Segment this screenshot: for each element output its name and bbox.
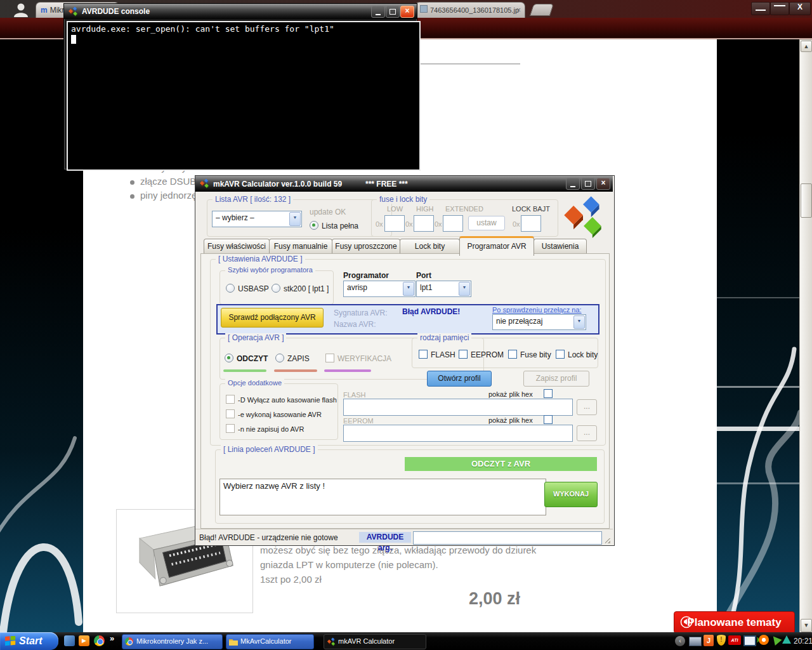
pokaz-hex-label: pokaż plik hex — [488, 416, 533, 424]
tray-avg-icon[interactable] — [759, 635, 769, 645]
pokaz-flash-checkbox[interactable] — [544, 389, 556, 399]
odczyt-radio[interactable]: ODCZYT — [225, 354, 268, 363]
hex-prefix: 0x — [513, 220, 520, 228]
calc-maximize-button[interactable] — [581, 178, 595, 190]
high-label: HIGH — [416, 205, 434, 213]
wykonaj-button[interactable]: WYKONAJ — [544, 482, 598, 507]
stk200-radio[interactable]: stk200 [ lpt1 ] — [272, 284, 329, 293]
task-button-mkavr-active[interactable]: mkAVR Calculator — [324, 634, 426, 649]
tab-ustawienia[interactable]: Ustawienia — [534, 239, 587, 255]
flash-file-input[interactable] — [343, 399, 573, 416]
port-combo[interactable]: lpt1 ▼ — [416, 281, 471, 297]
lock-bajt-input[interactable] — [521, 215, 541, 232]
task-button-folder[interactable]: MkAvrCalculator — [226, 634, 314, 649]
opt-D-checkbox[interactable]: -D Wyłącz auto kasowanie flash — [226, 395, 337, 404]
usbasp-radio[interactable]: USBASP — [226, 284, 269, 293]
eeprom-file-input[interactable] — [343, 425, 573, 442]
eeprom-checkbox[interactable]: EEPROM — [459, 350, 504, 359]
tray-collapse-icon[interactable]: ‹ — [675, 636, 685, 646]
combo-arrow-icon[interactable]: ▼ — [403, 282, 414, 296]
zapis-radio[interactable]: ZAPIS — [275, 354, 310, 363]
tray-cardreader-icon[interactable] — [689, 637, 702, 646]
scrollbar-thumb[interactable] — [801, 183, 812, 218]
browser-restore-button[interactable] — [770, 2, 789, 15]
scroll-up-button[interactable]: ▲ — [801, 41, 812, 52]
taskbar: Start ▶ » Mikrokontrolery Jak z... MkAvr… — [0, 632, 812, 650]
task-button-label: Mikrokontrolery Jak z... — [136, 635, 219, 648]
product-desc-line2: gniazda LPT w komputerze (nie polecam). — [260, 559, 438, 570]
lista-pelna-radio[interactable]: Lista pełna — [310, 221, 358, 230]
high-fuse-input[interactable] — [414, 215, 434, 232]
sprawdz-avr-button[interactable]: Sprawdź podłączony AVR — [221, 308, 324, 328]
calc-titlebar[interactable]: mkAVR Calculator ver.1.0.0 build 59 *** … — [195, 176, 613, 192]
browser-minimize-button[interactable] — [751, 2, 770, 15]
profile-avatar-icon[interactable] — [13, 2, 29, 17]
flash-browse-button[interactable]: ... — [577, 399, 597, 415]
otworz-profil-button[interactable]: Otwórz profil — [427, 371, 492, 387]
programator-combo[interactable]: avrisp ▼ — [343, 281, 416, 297]
opt-e-checkbox[interactable]: -e wykonaj kasowanie AVR — [226, 409, 322, 418]
tab-lock-bity[interactable]: Lock bity — [400, 239, 460, 255]
task-button-browser[interactable]: Mikrokontrolery Jak z... — [122, 634, 223, 649]
scroll-down-button[interactable]: ▼ — [801, 619, 812, 632]
odczyt-z-avr-banner: ODCZYT z AVR — [405, 457, 597, 471]
media-player-icon[interactable]: ▶ — [79, 635, 89, 646]
console-titlebar[interactable]: AVRDUDE console × — [64, 4, 417, 19]
avrdude-arg-label: AVRDUDE arg. — [359, 532, 411, 543]
combo-arrow-icon[interactable]: ▼ — [289, 212, 301, 226]
console-output[interactable]: avrdude.exe: ser_open(): can't set buffe… — [67, 21, 421, 171]
tab-programator-avr[interactable]: Programator AVR — [459, 236, 534, 256]
combo-arrow-icon[interactable]: ▼ — [573, 315, 585, 329]
calc-status-bar: Błąd! AVRDUDE - urządzenie nie gotowe AV… — [195, 529, 613, 545]
weryfikacja-checkbox[interactable]: WERYFIKACJA — [325, 354, 391, 363]
mkavr-logo — [561, 195, 605, 238]
tray-clock: 20:21 — [794, 637, 812, 646]
zapis-underline — [274, 369, 317, 372]
ustaw-button[interactable]: ustaw — [468, 216, 505, 230]
show-desktop-icon[interactable] — [64, 635, 75, 646]
extended-fuse-input[interactable] — [443, 215, 463, 232]
command-line-textarea[interactable]: Wybierz nazwę AVR z listy ! — [219, 479, 546, 515]
resize-grip[interactable] — [605, 538, 610, 543]
chrome-icon[interactable] — [94, 635, 105, 646]
tab2-close-icon[interactable]: × — [516, 3, 521, 18]
zapisz-profil-button[interactable]: Zapisz profil — [523, 371, 589, 387]
combo-arrow-icon[interactable]: ▼ — [459, 282, 470, 296]
list-item: piny jednorzę — [140, 190, 197, 201]
avrdude-arg-input[interactable] — [413, 531, 602, 545]
lock-bity-checkbox[interactable]: Lock bity — [556, 350, 598, 359]
browser-close-button[interactable]: X — [789, 2, 811, 15]
fuse-bity-checkbox[interactable]: Fuse bity — [508, 350, 551, 359]
console-maximize-button[interactable] — [386, 6, 400, 18]
tray-java-icon[interactable]: J — [704, 635, 714, 646]
przelacz-combo[interactable]: nie przełączaj ▼ — [492, 314, 586, 330]
new-tab-button[interactable] — [530, 4, 554, 16]
console-minimize-button[interactable] — [371, 6, 385, 18]
tray-updater-icon[interactable] — [782, 635, 791, 644]
planowane-tematy-button[interactable]: Planowane tematy — [674, 611, 795, 632]
console-close-button[interactable]: × — [400, 6, 414, 18]
bullet-dot — [130, 180, 134, 185]
start-button[interactable]: Start — [0, 632, 58, 650]
browser-tab-2[interactable]: 7463656400_1360178105.jp × — [415, 2, 525, 18]
app-logo-icon — [327, 637, 336, 646]
low-fuse-input[interactable] — [384, 215, 405, 232]
tray-arrow-icon[interactable] — [769, 633, 782, 646]
tab-fusy-manualnie[interactable]: Fusy manualnie — [269, 239, 332, 255]
flash-checkbox[interactable]: FLASH — [419, 350, 455, 359]
page-scrollbar[interactable]: ▲ ▼ — [799, 39, 812, 632]
tab-fusy-wlasciwosci[interactable]: Fusy właściwości — [204, 239, 270, 255]
bullet-dot — [130, 194, 134, 199]
pokaz-eeprom-checkbox[interactable] — [544, 415, 556, 425]
tray-shield-icon[interactable]: ! — [717, 635, 726, 646]
opt-n-checkbox[interactable]: -n nie zapisuj do AVR — [226, 424, 304, 433]
calc-minimize-button[interactable] — [566, 178, 580, 190]
eeprom-browse-button[interactable]: ... — [577, 425, 597, 441]
tab-fusy-uproszczone[interactable]: Fusy uproszczone — [332, 239, 400, 255]
tray-ati-icon[interactable]: ATI — [728, 635, 741, 645]
avr-select-combo[interactable]: – wybierz – ▼ — [212, 211, 302, 227]
tray-display-icon[interactable] — [743, 635, 756, 646]
quicklaunch-overflow-chevron[interactable]: » — [110, 633, 114, 643]
rodzaj-legend: rodzaj pamięci — [417, 333, 471, 342]
calc-close-button[interactable]: × — [596, 178, 610, 190]
